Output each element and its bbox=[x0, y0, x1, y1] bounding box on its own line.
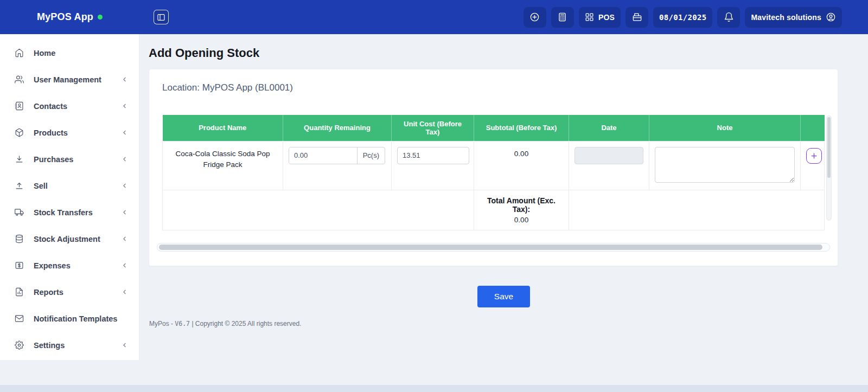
vertical-scrollbar[interactable] bbox=[826, 115, 832, 221]
sidebar-item-purchases[interactable]: Purchases bbox=[0, 146, 139, 172]
opening-stock-card: Location: MyPOS App (BL0001) Product Nam… bbox=[149, 69, 838, 266]
sidebar-item-label: Contacts bbox=[34, 102, 67, 111]
current-date: 08/01/2025 bbox=[659, 13, 706, 22]
date-input[interactable] bbox=[575, 147, 643, 164]
users-icon bbox=[15, 75, 24, 84]
total-amount-value: 0.00 bbox=[477, 216, 565, 224]
sidebar-item-settings[interactable]: Settings bbox=[0, 332, 139, 358]
col-header-note: Note bbox=[649, 115, 801, 141]
opening-stock-table: Product Name Quantity Remaining Unit Cos… bbox=[162, 115, 825, 230]
brand-zone: MyPOS App bbox=[0, 11, 139, 23]
quantity-input[interactable] bbox=[289, 147, 357, 164]
sidebar-item-stock-transfers[interactable]: Stock Transfers bbox=[0, 199, 139, 226]
sidebar-item-sell[interactable]: Sell bbox=[0, 172, 139, 199]
user-menu-button[interactable]: Mavitech solutions bbox=[745, 7, 842, 28]
col-header-product-name: Product Name bbox=[163, 115, 283, 141]
unit-cost-cell bbox=[392, 141, 474, 190]
note-cell bbox=[649, 141, 801, 190]
footer-version: V6.7 bbox=[175, 320, 190, 327]
chevron-left-icon bbox=[121, 102, 128, 110]
cash-register-icon bbox=[632, 12, 642, 22]
calculator-icon bbox=[557, 12, 567, 22]
horizontal-scrollbar[interactable] bbox=[157, 243, 830, 252]
app-brand: MyPOS App bbox=[37, 11, 93, 23]
total-amount-label: Total Amount (Exc. Tax): bbox=[477, 196, 565, 214]
bottom-strip bbox=[0, 385, 868, 392]
sidebar-item-label: Reports bbox=[34, 288, 63, 297]
home-icon bbox=[15, 48, 24, 57]
calculator-button[interactable] bbox=[551, 7, 574, 28]
address-book-icon bbox=[15, 101, 24, 111]
sidebar-item-label: Sell bbox=[34, 182, 48, 190]
plus-circle-icon bbox=[529, 12, 540, 22]
sidebar-item-contacts[interactable]: Contacts bbox=[0, 93, 139, 119]
horizontal-scrollbar-thumb[interactable] bbox=[159, 245, 822, 250]
chevron-left-icon bbox=[121, 209, 128, 216]
stock-table-wrapper: Product Name Quantity Remaining Unit Cos… bbox=[162, 115, 825, 230]
app-screen: MyPOS App POS bbox=[0, 0, 868, 392]
sidebar-item-user-management[interactable]: User Management bbox=[0, 66, 139, 93]
vertical-scrollbar-thumb[interactable] bbox=[827, 117, 831, 178]
company-name: Mavitech solutions bbox=[751, 13, 821, 22]
dollar-icon bbox=[15, 261, 24, 270]
chevron-left-icon bbox=[121, 76, 128, 83]
chevron-left-icon bbox=[121, 156, 128, 163]
table-total-row: Total Amount (Exc. Tax): 0.00 bbox=[163, 190, 825, 230]
add-quick-button[interactable] bbox=[524, 7, 546, 28]
col-header-quantity-remaining: Quantity Remaining bbox=[283, 115, 392, 141]
unit-cost-input[interactable] bbox=[397, 147, 469, 164]
cash-register-button[interactable] bbox=[626, 7, 648, 28]
chevron-left-icon bbox=[121, 342, 128, 349]
quantity-unit-label: Pc(s) bbox=[357, 147, 385, 164]
report-file-icon bbox=[15, 287, 24, 297]
location-label: Location: MyPOS App (BL0001) bbox=[162, 82, 825, 93]
product-name-cell: Coca-Cola Classic Soda Pop Fridge Pack bbox=[163, 141, 283, 190]
sidebar-item-home[interactable]: Home bbox=[0, 40, 139, 66]
main-content: Add Opening Stock Location: MyPOS App (B… bbox=[139, 34, 868, 392]
sidebar-item-label: User Management bbox=[34, 75, 101, 84]
download-icon bbox=[15, 155, 24, 164]
footer-rights: | Copyright © 2025 All rights reserved. bbox=[190, 320, 301, 327]
footer-app-name: MyPos - bbox=[149, 320, 175, 327]
notifications-button[interactable] bbox=[717, 7, 740, 28]
sidebar-item-notification-templates[interactable]: Notification Templates bbox=[0, 305, 139, 332]
col-header-unit-cost: Unit Cost (Before Tax) bbox=[392, 115, 474, 141]
status-dot bbox=[98, 15, 103, 20]
package-icon bbox=[15, 128, 24, 137]
chevron-left-icon bbox=[121, 288, 128, 295]
truck-icon bbox=[15, 208, 24, 217]
save-button[interactable]: Save bbox=[477, 286, 530, 307]
upload-icon bbox=[15, 181, 24, 190]
add-row-button[interactable] bbox=[806, 148, 822, 164]
subtotal-cell: 0.00 bbox=[474, 141, 569, 190]
date-display[interactable]: 08/01/2025 bbox=[653, 7, 712, 28]
bell-icon bbox=[724, 12, 734, 22]
sidebar-item-label: Stock Transfers bbox=[34, 208, 93, 217]
sidebar-item-label: Home bbox=[34, 49, 55, 57]
total-row-spacer bbox=[569, 190, 825, 230]
table-row: Coca-Cola Classic Soda Pop Fridge Pack P… bbox=[163, 141, 825, 190]
sidebar-toggle-icon bbox=[157, 13, 165, 22]
quantity-cell: Pc(s) bbox=[283, 141, 392, 190]
grid-icon bbox=[585, 12, 594, 22]
sidebar-item-stock-adjustment[interactable]: Stock Adjustment bbox=[0, 226, 139, 252]
chevron-left-icon bbox=[121, 235, 128, 242]
sidebar-nav: Home User Management Contacts Products P… bbox=[0, 34, 139, 360]
pos-button[interactable]: POS bbox=[579, 7, 621, 28]
sidebar-item-label: Expenses bbox=[34, 261, 71, 270]
table-header-row: Product Name Quantity Remaining Unit Cos… bbox=[163, 115, 825, 141]
note-textarea[interactable] bbox=[655, 147, 795, 183]
chevron-left-icon bbox=[121, 129, 128, 136]
pos-button-label: POS bbox=[598, 13, 615, 22]
save-row: Save bbox=[139, 286, 868, 307]
col-header-subtotal: Subtotal (Before Tax) bbox=[474, 115, 569, 141]
sidebar-item-products[interactable]: Products bbox=[0, 119, 139, 146]
top-header-bar: MyPOS App POS bbox=[0, 0, 868, 34]
sidebar-item-expenses[interactable]: Expenses bbox=[0, 252, 139, 279]
sidebar-item-label: Notification Templates bbox=[34, 314, 117, 323]
col-header-actions bbox=[801, 115, 825, 141]
chevron-left-icon bbox=[121, 182, 128, 189]
date-cell bbox=[569, 141, 649, 190]
sidebar-item-reports[interactable]: Reports bbox=[0, 279, 139, 305]
sidebar-toggle-button[interactable] bbox=[154, 10, 169, 24]
